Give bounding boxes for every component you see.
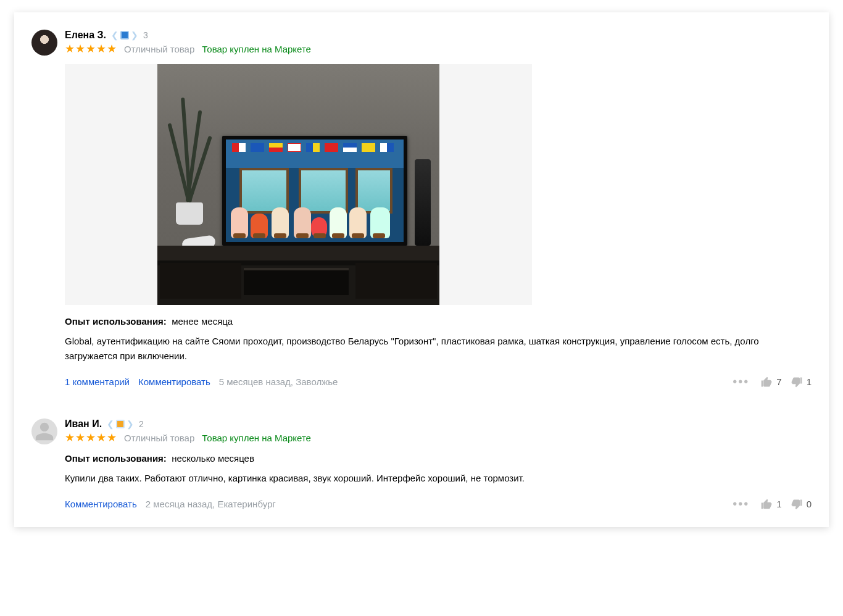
review-header-lines: Елена З. ❮ ❯ 3 ★ ★ ★ ★ ★	[65, 30, 311, 54]
experience-line: Опыт использования: несколько месяцев	[65, 453, 812, 464]
star-icon: ★	[65, 432, 75, 443]
author-name[interactable]: Иван И.	[65, 418, 102, 430]
dislike-button[interactable]: 1	[791, 376, 812, 388]
like-button[interactable]: 1	[760, 498, 781, 510]
more-menu-button[interactable]: •••	[730, 497, 752, 511]
level-badge: ❮ ❯	[111, 30, 138, 40]
laurel-right-icon: ❯	[131, 30, 138, 40]
like-button[interactable]: 7	[760, 376, 781, 388]
level-badge-icon	[120, 31, 129, 40]
photo-padding	[439, 64, 532, 305]
rating-label: Отличный товар	[124, 433, 194, 443]
level-badge: ❮ ❯	[107, 419, 134, 429]
thumb-down-icon	[791, 498, 803, 510]
level-number: 2	[139, 419, 144, 429]
rating-line: ★ ★ ★ ★ ★ Отличный товар Товар куплен на…	[65, 432, 311, 443]
review-header: Елена З. ❮ ❯ 3 ★ ★ ★ ★ ★	[31, 30, 812, 56]
thumb-down-icon	[791, 376, 803, 388]
review-body: Опыт использования: менее месяца Global,…	[65, 64, 812, 389]
review-text: Купили два таких. Работают отлично, карт…	[65, 471, 812, 486]
review-meta: 2 месяца назад, Екатеринбург	[146, 499, 276, 509]
thumb-up-icon	[760, 498, 773, 510]
like-count: 1	[776, 499, 781, 509]
experience-value: несколько месяцев	[172, 453, 254, 464]
purchase-note: Товар куплен на Маркете	[202, 433, 311, 443]
review-photo[interactable]	[157, 64, 439, 305]
review-photo-row	[65, 64, 812, 305]
review-header: Иван И. ❮ ❯ 2 ★ ★ ★ ★ ★	[31, 418, 812, 444]
star-icon: ★	[96, 43, 106, 54]
laurel-left-icon: ❮	[107, 419, 114, 429]
photo-padding	[65, 64, 157, 305]
review-meta: 5 месяцев назад, Заволжье	[219, 377, 338, 387]
author-line: Иван И. ❮ ❯ 2	[65, 418, 311, 430]
review-item: Елена З. ❮ ❯ 3 ★ ★ ★ ★ ★	[31, 30, 812, 389]
comments-link[interactable]: 1 комментарий	[65, 377, 130, 387]
review-body: Опыт использования: несколько месяцев Ку…	[65, 453, 812, 511]
dislike-button[interactable]: 0	[791, 498, 812, 510]
reviews-container: Елена З. ❮ ❯ 3 ★ ★ ★ ★ ★	[14, 12, 829, 527]
user-placeholder-icon	[34, 421, 55, 442]
star-icon: ★	[75, 43, 85, 54]
dislike-count: 0	[807, 499, 812, 509]
level-number: 3	[143, 30, 148, 40]
star-icon: ★	[86, 43, 96, 54]
star-rating: ★ ★ ★ ★ ★	[65, 432, 117, 443]
experience-label: Опыт использования:	[65, 316, 167, 327]
thumb-up-icon	[760, 376, 773, 388]
review-text: Global, аутентификацию на сайте Сяоми пр…	[65, 334, 812, 364]
star-rating: ★ ★ ★ ★ ★	[65, 43, 117, 54]
avatar[interactable]	[31, 30, 57, 56]
purchase-note: Товар куплен на Маркете	[202, 44, 311, 54]
experience-label: Опыт использования:	[65, 453, 167, 464]
star-icon: ★	[75, 432, 85, 443]
actions-row: Комментировать 2 месяца назад, Екатеринб…	[65, 497, 812, 511]
comment-button[interactable]: Комментировать	[65, 499, 137, 509]
star-icon: ★	[65, 43, 75, 54]
comment-button[interactable]: Комментировать	[138, 377, 210, 387]
experience-value: менее месяца	[172, 316, 233, 327]
laurel-right-icon: ❯	[127, 419, 134, 429]
review-header-lines: Иван И. ❮ ❯ 2 ★ ★ ★ ★ ★	[65, 418, 311, 443]
dislike-count: 1	[807, 377, 812, 387]
author-name[interactable]: Елена З.	[65, 30, 106, 41]
level-badge-icon	[116, 420, 125, 428]
author-line: Елена З. ❮ ❯ 3	[65, 30, 311, 41]
star-icon: ★	[86, 432, 96, 443]
avatar[interactable]	[31, 418, 57, 444]
star-icon: ★	[107, 43, 117, 54]
review-item: Иван И. ❮ ❯ 2 ★ ★ ★ ★ ★	[31, 418, 812, 511]
star-icon: ★	[107, 432, 117, 443]
experience-line: Опыт использования: менее месяца	[65, 316, 812, 327]
more-menu-button[interactable]: •••	[730, 375, 752, 389]
rating-label: Отличный товар	[124, 44, 194, 54]
like-count: 7	[776, 377, 781, 387]
laurel-left-icon: ❮	[111, 30, 118, 40]
rating-line: ★ ★ ★ ★ ★ Отличный товар Товар куплен на…	[65, 43, 311, 54]
star-icon: ★	[96, 432, 106, 443]
actions-row: 1 комментарий Комментировать 5 месяцев н…	[65, 375, 812, 389]
